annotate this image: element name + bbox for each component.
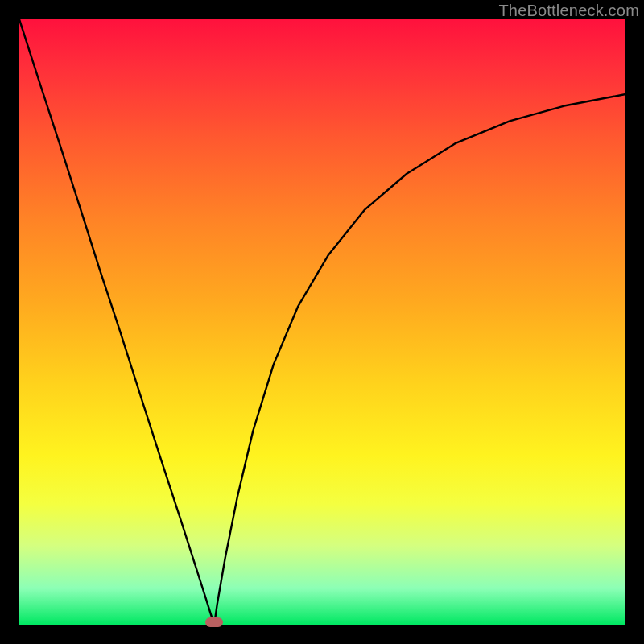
vertex-marker — [205, 617, 223, 627]
watermark-text: TheBottleneck.com — [498, 2, 639, 20]
chart-gradient-background — [19, 19, 625, 625]
chart-frame — [19, 19, 625, 625]
